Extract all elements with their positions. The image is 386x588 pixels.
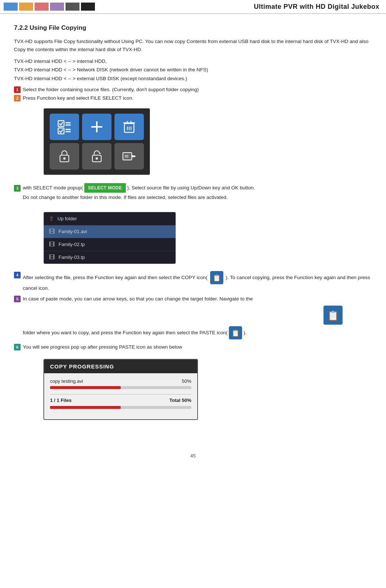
step-6: 6 You will see progress pop up after pre… bbox=[14, 343, 372, 352]
upfolder-icon: ⇧ bbox=[49, 215, 54, 222]
bullet-text-3: TVX-HD internal HDD < -- > external USB … bbox=[14, 75, 187, 82]
bullet-list: TVX-HD internal HDD < -- > internal HDD,… bbox=[14, 58, 372, 82]
bullet-text-2: TVX-HD internal HDD < -- > Network DISK … bbox=[14, 66, 208, 74]
bar-orange bbox=[19, 3, 33, 11]
progress-header: COPY PROGRESSING bbox=[44, 360, 197, 373]
menu-cell-select bbox=[50, 114, 79, 140]
svg-rect-0 bbox=[58, 121, 64, 126]
step-3: 3 with SELECT mode popup( SELECT MODE ),… bbox=[14, 183, 372, 193]
menu-cell-unlock bbox=[82, 143, 111, 170]
step5-text3: ). bbox=[244, 329, 247, 335]
page-number: 45 bbox=[0, 453, 386, 459]
step5-continuation: folder where you want to copy, and press… bbox=[23, 326, 372, 339]
file1-label: Family-01.avi bbox=[59, 229, 87, 234]
film-icon-1: 🎞 bbox=[49, 228, 55, 235]
bar-purple bbox=[50, 3, 64, 11]
step-badge-2: 2 bbox=[14, 95, 21, 101]
page-title: Ultimate PVR with HD Digital Jukebox bbox=[247, 0, 386, 13]
bar-dark bbox=[65, 3, 79, 11]
menu-cell-move bbox=[114, 143, 144, 170]
menu-cell-delete bbox=[114, 114, 144, 140]
step-badge-5: 5 bbox=[14, 296, 21, 302]
progress-files-label: 1 / 1 Files bbox=[50, 398, 72, 403]
copy-icon-inline: 📋 bbox=[210, 271, 223, 284]
svg-point-19 bbox=[96, 157, 98, 160]
film-icon-3: 🎞 bbox=[49, 254, 55, 261]
progress-file-percent: 50% bbox=[182, 378, 191, 384]
progress-popup: COPY PROGRESSING copy testing.avi 50% 1 … bbox=[43, 359, 198, 420]
step-4: 4 After selecting the file, press the Fu… bbox=[14, 271, 372, 293]
section-heading: 7.2.2 Using File Copying bbox=[14, 24, 372, 32]
film-icon-2: 🎞 bbox=[49, 241, 55, 248]
step3-after: ), Select source file by using Up/Down k… bbox=[127, 184, 255, 192]
step-text-2: Press Function key and select FILE SELEC… bbox=[23, 95, 134, 102]
step-1: 1 Select the folder containing source fi… bbox=[14, 86, 372, 93]
intro-paragraph: TVX-HD supports File Copy functionality … bbox=[14, 38, 372, 53]
step-text-1: Select the folder containing source file… bbox=[23, 86, 199, 93]
step5-text: In case of paste mode, you can use arrow… bbox=[23, 295, 253, 303]
step-badge-3: 3 bbox=[14, 185, 21, 192]
progress-filename: copy testing.avi bbox=[50, 378, 83, 384]
progress-total-row: 1 / 1 Files Total 50% bbox=[50, 394, 191, 403]
filelist-screenshot: ⇧ Up folder 🎞 Family-01.avi 🎞 Family-02.… bbox=[43, 212, 176, 264]
step-badge-6: 6 bbox=[14, 344, 21, 350]
step4-text-before: After selecting the file, press the Func… bbox=[23, 274, 208, 280]
progress-file-row: copy testing.avi 50% bbox=[50, 378, 191, 384]
page-header: Ultimate PVR with HD Digital Jukebox bbox=[0, 0, 386, 14]
progress-total-label: Total 50% bbox=[169, 398, 191, 403]
step-2: 2 Press Function key and select FILE SEL… bbox=[14, 95, 372, 102]
bar-pink bbox=[35, 3, 49, 11]
step6-text: You will see progress pop up after press… bbox=[23, 343, 182, 352]
bar-black bbox=[81, 3, 95, 11]
filelist-row-file3: 🎞 Family-03.tp bbox=[44, 251, 176, 264]
function-menu-screenshot bbox=[43, 108, 150, 175]
progress-body: copy testing.avi 50% 1 / 1 Files Total 5… bbox=[44, 373, 197, 419]
progress-bar-total bbox=[50, 406, 191, 409]
step-badge-4: 4 bbox=[14, 272, 21, 278]
step-5: 5 In case of paste mode, you can use arr… bbox=[14, 295, 372, 303]
svg-point-16 bbox=[63, 157, 65, 160]
upfolder-label: Up folder bbox=[57, 216, 77, 221]
step3-before: with SELECT mode popup( bbox=[23, 184, 83, 192]
progress-bar-fill-total bbox=[50, 406, 121, 409]
file2-label: Family-02.tp bbox=[59, 242, 85, 247]
menu-grid bbox=[50, 114, 144, 170]
svg-rect-1 bbox=[58, 128, 64, 134]
filelist-row-upfolder: ⇧ Up folder bbox=[44, 212, 176, 225]
file3-label: Family-03.tp bbox=[59, 254, 85, 260]
bar-blue bbox=[4, 3, 18, 11]
step4-text: After selecting the file, press the Func… bbox=[23, 271, 372, 293]
list-item: TVX-HD internal HDD < -- > internal HDD, bbox=[14, 58, 372, 65]
svg-rect-20 bbox=[123, 153, 132, 160]
filelist-row-file2: 🎞 Family-02.tp bbox=[44, 238, 176, 251]
step3-note-text: Do not change to another folder in this … bbox=[23, 194, 228, 201]
step5-text-before: In case of paste mode, you can use arrow… bbox=[23, 296, 253, 302]
select-mode-button: SELECT MODE bbox=[84, 183, 125, 193]
menu-cell-lock bbox=[50, 143, 79, 170]
color-bars bbox=[0, 0, 99, 13]
progress-bar-fill-file bbox=[50, 386, 121, 389]
title-text: Ultimate PVR with HD Digital Jukebox bbox=[254, 3, 379, 11]
step5-text2: folder where you want to copy, and press… bbox=[23, 329, 227, 335]
progress-bar-file bbox=[50, 386, 191, 389]
step-3-note: Do not change to another folder in this … bbox=[23, 194, 372, 201]
paste-icon-large: 📋 bbox=[323, 306, 343, 325]
menu-cell-add bbox=[82, 114, 111, 140]
list-item: TVX-HD internal HDD < -- > external USB … bbox=[14, 75, 372, 82]
filelist-row-file1: 🎞 Family-01.avi bbox=[44, 225, 176, 238]
step-badge-1: 1 bbox=[14, 86, 21, 93]
list-item: TVX-HD internal HDD < -- > Network DISK … bbox=[14, 66, 372, 74]
bullet-text-1: TVX-HD internal HDD < -- > internal HDD, bbox=[14, 58, 107, 65]
paste-icon-area: 📋 bbox=[14, 306, 343, 325]
page-content: 7.2.2 Using File Copying TVX-HD supports… bbox=[0, 14, 386, 442]
paste-icon-inline: 📋 bbox=[229, 326, 242, 339]
